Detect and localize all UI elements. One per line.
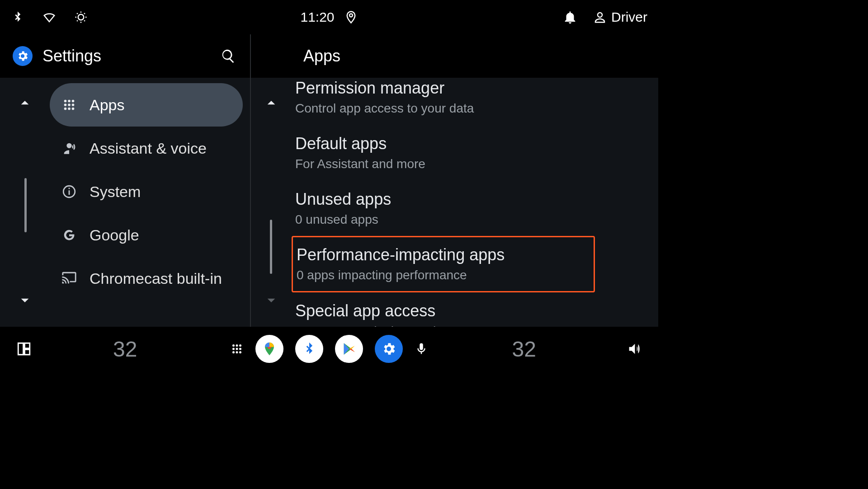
bluetooth-app-button[interactable]: [295, 335, 323, 363]
detail-scroll-controls: [251, 78, 292, 327]
detail-item-permission-manager[interactable]: Permission manager Control app access to…: [292, 78, 595, 125]
nav-item-apps[interactable]: Apps: [50, 83, 243, 127]
item-subtitle: 0 unused apps: [295, 211, 591, 228]
chevron-up-icon: [262, 94, 280, 112]
nav-label: System: [90, 183, 141, 201]
settings-title: Settings: [42, 47, 101, 66]
dashboard-icon: [16, 341, 32, 357]
search-icon: [221, 48, 236, 64]
nav-item-system[interactable]: System: [50, 170, 243, 213]
status-right: Driver: [562, 9, 647, 25]
scroll-up-button[interactable]: [16, 94, 34, 114]
user-profile-button[interactable]: Driver: [593, 9, 647, 25]
detail-header: Apps: [251, 34, 658, 78]
nav-item-assistant-voice[interactable]: Assistant & voice: [50, 127, 243, 170]
climate-right-temp[interactable]: 32: [512, 337, 536, 362]
svg-point-20: [239, 351, 241, 353]
chevron-down-icon: [16, 291, 34, 309]
item-title: Performance-impacting apps: [297, 244, 590, 265]
item-subtitle: Control app access to your data: [295, 100, 591, 117]
svg-point-3: [64, 103, 67, 106]
bluetooth-icon: [11, 10, 24, 24]
volume-icon: [627, 341, 642, 357]
dashboard-button[interactable]: [16, 341, 32, 357]
svg-point-13: [236, 344, 238, 347]
maps-app-button[interactable]: [255, 335, 283, 363]
settings-nav-header: Settings: [0, 34, 250, 78]
bluetooth-icon: [302, 341, 317, 357]
nav-item-chromecast[interactable]: Chromecast built-in: [50, 257, 243, 300]
nav-scroll-controls: [0, 78, 50, 327]
settings-nav-list: Apps Assistant & voice System Google Chr: [50, 78, 250, 327]
apps-grid-icon: [230, 342, 244, 356]
settings-app-icon: [13, 46, 33, 66]
item-title: Unused apps: [295, 189, 591, 209]
status-bar: 11:20 Driver: [0, 0, 658, 34]
apps-grid-icon: [61, 97, 77, 113]
status-left: [11, 10, 88, 24]
bottom-bar: 32 32: [0, 327, 658, 371]
svg-rect-11: [69, 188, 70, 189]
svg-point-16: [236, 348, 238, 350]
detail-item-performance-impacting-apps[interactable]: Performance-impacting apps 0 apps impact…: [292, 236, 595, 292]
location-icon: [344, 10, 358, 24]
nav-label: Chromecast built-in: [90, 270, 222, 287]
detail-title: Apps: [303, 47, 340, 66]
svg-point-17: [239, 348, 241, 350]
svg-point-19: [236, 351, 238, 353]
maps-icon: [262, 341, 277, 357]
search-button[interactable]: [219, 47, 237, 65]
chevron-down-icon: [262, 291, 280, 309]
svg-point-8: [72, 108, 75, 110]
svg-point-6: [64, 108, 67, 110]
google-g-icon: [61, 227, 77, 243]
svg-rect-10: [69, 190, 70, 195]
bottom-left: 32: [16, 337, 137, 362]
climate-left-temp[interactable]: 32: [113, 337, 137, 362]
detail-item-default-apps[interactable]: Default apps For Assistant and more: [292, 125, 595, 181]
settings-detail-pane: Apps Permission manager Control app acce…: [251, 34, 658, 327]
voice-assistant-button[interactable]: [415, 342, 428, 356]
wifi-icon: [42, 10, 56, 24]
scroll-down-button[interactable]: [16, 291, 34, 311]
clock: 11:20: [300, 9, 334, 25]
scroll-up-button[interactable]: [262, 94, 280, 114]
svg-point-12: [232, 344, 235, 347]
svg-point-2: [72, 100, 75, 103]
app-launcher-button[interactable]: [230, 342, 244, 356]
settings-nav-body: Apps Assistant & voice System Google Chr: [0, 78, 250, 327]
svg-point-1: [68, 100, 71, 103]
detail-item-unused-apps[interactable]: Unused apps 0 unused apps: [292, 181, 595, 236]
bottom-center: [230, 335, 428, 363]
nav-label: Google: [90, 226, 139, 244]
detail-body: Permission manager Control app access to…: [251, 78, 658, 327]
chevron-up-icon: [16, 94, 34, 112]
nav-item-google[interactable]: Google: [50, 213, 243, 257]
detail-item-special-app-access[interactable]: Special app access To system and other s…: [292, 292, 595, 327]
detail-list: Permission manager Control app access to…: [292, 78, 658, 327]
scroll-down-button[interactable]: [262, 291, 280, 311]
svg-point-0: [64, 100, 67, 103]
nav-scrollbar[interactable]: [24, 178, 27, 232]
svg-point-4: [68, 103, 71, 106]
notification-bell-icon[interactable]: [562, 9, 578, 25]
settings-app-button[interactable]: [375, 335, 403, 363]
bottom-right: 32: [512, 337, 642, 362]
assistant-voice-icon: [61, 141, 77, 156]
microphone-icon: [415, 342, 428, 356]
nav-label: Apps: [90, 96, 125, 114]
item-subtitle: For Assistant and more: [295, 155, 591, 173]
main-content: Settings Apps: [0, 34, 658, 327]
volume-button[interactable]: [627, 341, 642, 357]
item-title: Special app access: [295, 301, 591, 321]
play-store-button[interactable]: [335, 335, 363, 363]
svg-point-14: [239, 344, 241, 347]
brightness-icon: [74, 10, 88, 24]
svg-point-15: [232, 348, 235, 350]
detail-scrollbar[interactable]: [270, 220, 272, 274]
item-title: Permission manager: [295, 78, 591, 98]
status-center: 11:20: [300, 9, 358, 25]
info-icon: [61, 184, 77, 199]
cast-icon: [61, 271, 77, 286]
svg-point-5: [72, 103, 75, 106]
